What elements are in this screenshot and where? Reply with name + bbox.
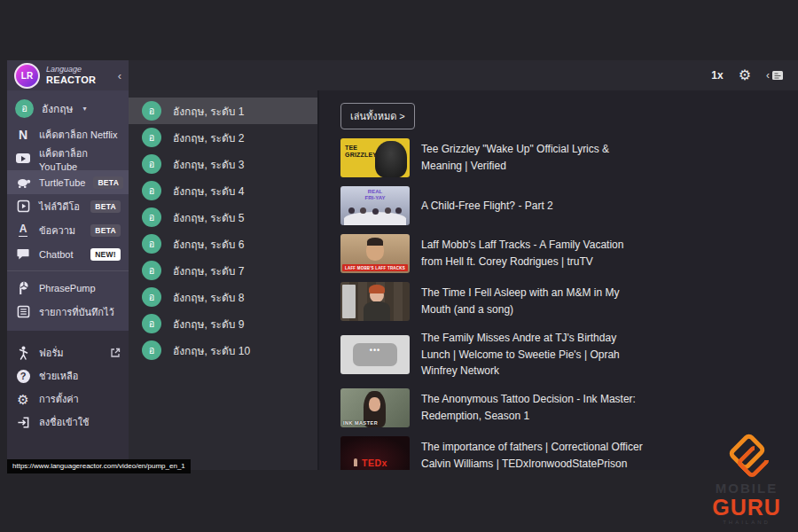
level-item[interactable]: ออังกฤษ, ระดับ 1 (129, 98, 317, 124)
status-bar-url: https://www.languagereactor.com/video/en… (7, 459, 191, 473)
sidebar-item-label: ไฟล์วิดีโอ (39, 199, 80, 215)
sidebar-item-turtletube[interactable]: TurtleTubeBETA (7, 170, 129, 194)
header-toolbar: 1x ⚙ ‹ (129, 60, 798, 90)
level-list: ออังกฤษ, ระดับ 1ออังกฤษ, ระดับ 2ออังกฤษ,… (129, 98, 317, 364)
level-avatar: อ (142, 128, 161, 147)
video-row[interactable]: TEE GRIZZLEYTee Grizzley "Wake Up" Offic… (340, 138, 798, 177)
level-item[interactable]: ออังกฤษ, ระดับ 2 (129, 124, 317, 151)
level-label: อังกฤษ, ระดับ 3 (173, 156, 244, 173)
level-label: อังกฤษ, ระดับ 2 (173, 129, 244, 146)
video-thumbnail: LAFF MOBB'S LAFF TRACKS (340, 234, 410, 273)
video-row[interactable]: INK MASTERThe Anonymous Tattoo Decision … (340, 388, 798, 427)
level-item[interactable]: ออังกฤษ, ระดับ 10 (129, 337, 317, 364)
level-label: อังกฤษ, ระดับ 9 (173, 316, 244, 332)
sidebar-item-label: แค็ดตาล็อก YouTube (39, 145, 121, 172)
sidebar-footer-menu: ฟอรั่ม?ช่วยเหลือ⚙การตั้งค่าลงชื่อเข้าใช้ (7, 331, 129, 434)
watermark-line-2: GURU (709, 496, 784, 519)
sidebar-item-forum[interactable]: ฟอรั่ม (7, 341, 129, 364)
brand: Language REACTOR (46, 66, 96, 85)
thumbnail-text: TEDx (362, 458, 387, 468)
video-row[interactable]: REAL FRI-YAYA Child-Free Flight? - Part … (340, 186, 798, 225)
sign-in-icon (15, 416, 31, 429)
sidebar-item-saved-items[interactable]: รายการที่บันทึกไว้ (7, 300, 129, 324)
level-label: อังกฤษ, ระดับ 5 (173, 209, 244, 226)
text-icon: A (15, 223, 31, 236)
video-row[interactable]: LAFF MOBB'S LAFF TRACKSLaff Mobb's Laff … (340, 234, 798, 273)
phrasepump-icon (15, 281, 31, 295)
level-item[interactable]: ออังกฤษ, ระดับ 9 (129, 310, 317, 337)
level-item[interactable]: ออังกฤษ, ระดับ 5 (129, 204, 317, 231)
level-avatar: อ (142, 287, 161, 307)
video-title: The importance of fathers | Correctional… (421, 439, 645, 470)
thumbnail-text: INK MASTER (343, 420, 378, 426)
video-row[interactable]: •••The Family Misses Andre at TJ's Birth… (340, 330, 798, 379)
status-badge: BETA (90, 200, 121, 213)
level-label: อังกฤษ, ระดับ 10 (173, 342, 250, 359)
gear-icon: ⚙ (15, 393, 31, 406)
external-link-icon (110, 348, 121, 358)
sidebar: อ อังกฤษ ▾ Nแค็ดตาล็อก Netflixแค็ดตาล็อก… (7, 90, 129, 470)
sidebar-item-label: ช่วยเหลือ (39, 368, 78, 384)
sidebar-item-text[interactable]: Aข้อความBETA (7, 218, 129, 242)
video-row[interactable]: The Time I Fell Asleep with an M&M in My… (340, 282, 798, 321)
sidebar-item-sign-in[interactable]: ลงชื่อเข้าใช้ (7, 411, 129, 434)
sidebar-item-label: TurtleTube (39, 177, 85, 188)
level-avatar: อ (142, 340, 161, 360)
sidebar-item-phrasepump[interactable]: PhrasePump (7, 276, 129, 300)
video-title: The Anonymous Tattoo Decision - Ink Mast… (421, 391, 645, 424)
desktop-background: LR Language REACTOR ‹ 1x ⚙ ‹ (0, 0, 798, 532)
thumbnail-text: ••• (340, 346, 410, 355)
sidebar-item-catalog-youtube[interactable]: แค็ดตาล็อก YouTube (7, 146, 129, 170)
chat-icon (15, 247, 31, 261)
level-avatar: อ (142, 234, 161, 254)
sidebar-menu-card: อ อังกฤษ ▾ Nแค็ดตาล็อก Netflixแค็ดตาล็อก… (7, 90, 129, 331)
gear-icon[interactable]: ⚙ (739, 68, 751, 82)
sidebar-item-help[interactable]: ?ช่วยเหลือ (7, 364, 129, 387)
status-badge: NEW! (90, 248, 121, 261)
level-avatar: อ (142, 261, 161, 280)
netflix-icon: N (15, 128, 31, 142)
level-label: อังกฤษ, ระดับ 7 (173, 262, 244, 279)
sidebar-item-label: รายการที่บันทึกไว้ (39, 304, 114, 320)
sidebar-collapse-button[interactable]: ‹ (118, 69, 121, 82)
sidebar-item-chatbot[interactable]: ChatbotNEW! (7, 242, 129, 266)
sidebar-menu: Nแค็ดตาล็อก Netflixแค็ดตาล็อก YouTubeTur… (7, 122, 129, 324)
level-item[interactable]: ออังกฤษ, ระดับ 6 (129, 231, 317, 257)
sidebar-item-catalog-netflix[interactable]: Nแค็ดตาล็อก Netflix (7, 122, 129, 146)
video-title: Tee Grizzley "Wake Up" Official Lyrics &… (421, 141, 645, 174)
brand-line-1: Language (46, 66, 96, 74)
thumbnail-text: LAFF MOBB'S LAFF TRACKS (342, 264, 408, 271)
level-item[interactable]: ออังกฤษ, ระดับ 7 (129, 257, 317, 284)
watermark-line-1: MOBILE (709, 481, 784, 496)
sidebar-item-label: แค็ดตาล็อก Netflix (39, 127, 118, 143)
playback-speed-button[interactable]: 1x (711, 69, 723, 82)
language-selector[interactable]: อ อังกฤษ ▾ (7, 94, 129, 122)
thumbnail-art (366, 240, 384, 261)
level-item[interactable]: ออังกฤษ, ระดับ 8 (129, 284, 317, 310)
level-label: อังกฤษ, ระดับ 8 (173, 289, 244, 306)
video-thumbnail: TEDx (340, 436, 410, 470)
sidebar-item-label: การตั้งค่า (39, 391, 79, 407)
dictionary-panel-toggle[interactable]: ‹ (766, 69, 784, 82)
sidebar-item-label: Chatbot (39, 249, 74, 260)
status-badge: BETA (93, 176, 123, 189)
saved-list-icon (15, 305, 31, 318)
sidebar-item-video-files[interactable]: ไฟล์วิดีโอBETA (7, 194, 129, 218)
thumbnail-art (344, 212, 406, 225)
video-thumbnail: INK MASTER (340, 388, 410, 427)
play-all-button[interactable]: เล่นทั้งหมด > (340, 103, 415, 129)
divider (7, 270, 129, 271)
sidebar-item-label: PhrasePump (39, 283, 96, 293)
level-label: อังกฤษ, ระดับ 1 (173, 103, 244, 120)
sidebar-item-label: ข้อความ (39, 223, 75, 239)
sidebar-item-settings[interactable]: ⚙การตั้งค่า (7, 387, 129, 411)
app-body: อ อังกฤษ ▾ Nแค็ดตาล็อก Netflixแค็ดตาล็อก… (7, 90, 798, 470)
thumbnail-art (342, 285, 356, 318)
chevron-left-icon: ‹ (766, 69, 770, 82)
level-item[interactable]: ออังกฤษ, ระดับ 3 (129, 151, 317, 177)
video-thumbnail (340, 282, 410, 321)
mobile-guru-logo-icon (726, 434, 767, 479)
video-thumbnail: REAL FRI-YAY (340, 186, 410, 225)
level-avatar: อ (142, 207, 161, 227)
level-item[interactable]: ออังกฤษ, ระดับ 4 (129, 177, 317, 204)
